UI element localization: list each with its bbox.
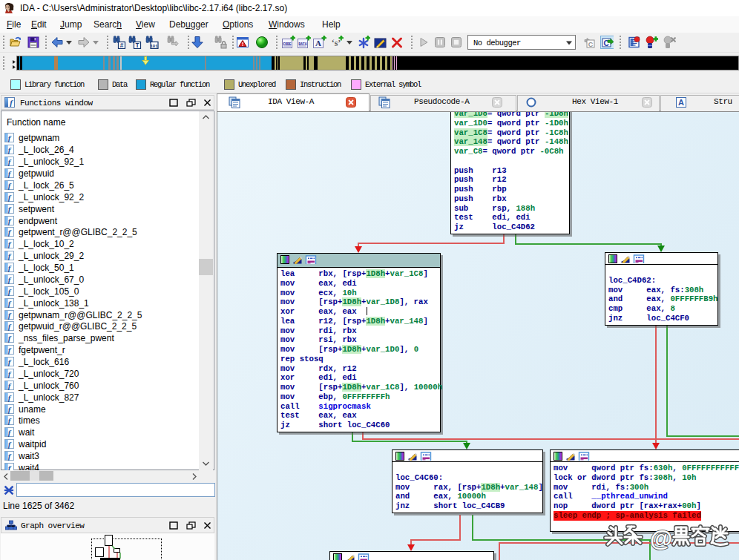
svg-text:CODE: CODE <box>283 42 291 46</box>
svg-text:A: A <box>315 39 321 47</box>
svg-text:#: # <box>119 42 123 50</box>
svg-text:C: C <box>588 41 594 48</box>
svg-text:DATA: DATA <box>298 42 306 46</box>
svg-text:@: @ <box>650 526 672 552</box>
svg-text:A: A <box>678 98 684 107</box>
svg-text:101: 101 <box>151 44 159 49</box>
svg-text:‘s’: ‘s’ <box>332 38 341 48</box>
svg-text:T: T <box>135 42 139 50</box>
